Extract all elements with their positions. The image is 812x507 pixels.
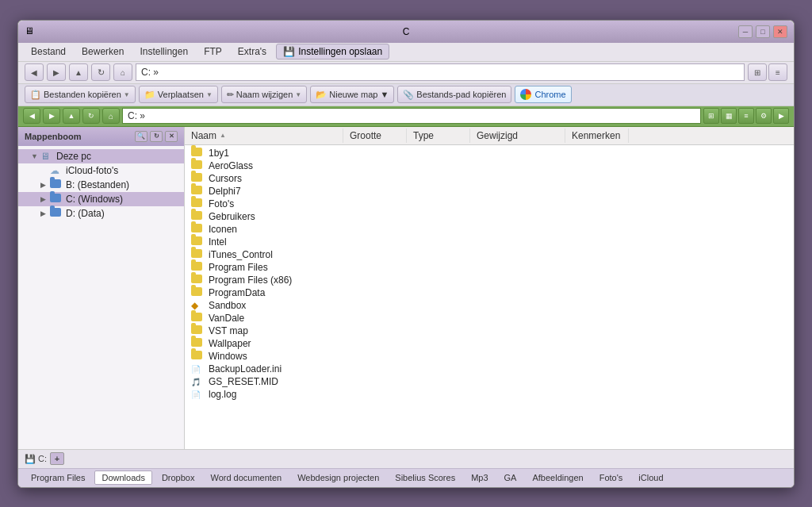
menu-bewerken[interactable]: Bewerken [75,44,130,59]
table-row[interactable]: Intel [185,236,794,248]
bookmark-item[interactable]: Downloads [94,471,151,485]
home-button[interactable]: ⌂ [113,63,132,81]
sidebar-item-c-drive[interactable]: ▶ C: (Windows) [18,192,184,206]
bookmark-item[interactable]: Dropbox [155,471,201,484]
address-text-green: C: » [128,110,145,121]
table-row[interactable]: ◆ Sandbox [185,299,794,312]
sidebar-search-button[interactable]: 🔍 [135,131,147,142]
grid-view-button[interactable]: ⊞ [748,63,767,81]
folder-d-icon [50,208,63,219]
file-icon [191,325,204,336]
bookmarks-bar: Program FilesDownloadsDropboxWord docume… [18,468,794,487]
list-view-green[interactable]: ≡ [738,108,754,124]
bookmark-item[interactable]: Mp3 [465,471,494,484]
col-type[interactable]: Type [407,129,470,143]
table-row[interactable]: iTunes_Control [185,248,794,261]
sidebar-item-icloud[interactable]: ☁ iCloud-foto's [18,163,184,178]
menu-instellingen[interactable]: Instellingen [133,44,194,59]
table-row[interactable]: Program Files (x86) [185,274,794,286]
col-naam[interactable]: Naam ▲ [185,129,343,143]
table-row[interactable]: VST map [185,325,794,337]
sidebar-label-d-drive: D: (Data) [66,208,105,219]
bestands-pad-button[interactable]: 📎 Bestands-pad kopiëren [397,86,511,103]
menu-save-button[interactable]: 💾 Instellingen opslaan [276,44,389,60]
sidebar-title: Mappenboom [25,132,82,141]
naam-wijzigen-label: Naam wijzigen [236,90,293,99]
bookmark-item[interactable]: Afbeeldingen [526,471,589,484]
table-row[interactable]: Foto's [185,198,794,210]
file-icon [191,287,204,298]
nav-green[interactable]: ▶ [773,108,789,124]
window-title: C [403,26,410,37]
col-gewijzigd[interactable]: Gewijzigd [470,129,565,143]
grid-view-green[interactable]: ⊞ [703,108,719,124]
close-button[interactable]: ✕ [773,25,787,38]
table-row[interactable]: Gebruikers [185,210,794,223]
file-name: Program Files (x86) [209,275,354,286]
refresh-button-2[interactable]: ↻ [82,108,100,124]
file-name: ProgramData [209,287,354,298]
save-icon: 💾 [283,46,295,57]
table-row[interactable]: Cursors [185,172,794,185]
menu-extras[interactable]: Extra's [232,44,273,59]
bookmark-item[interactable]: Foto's [593,471,630,484]
table-row[interactable]: VanDale [185,312,794,325]
sidebar-close-button[interactable]: ✕ [165,131,178,142]
minimize-button[interactable]: ─ [738,25,753,38]
add-drive-button[interactable]: + [50,452,64,465]
table-row[interactable]: Iconen [185,223,794,236]
sidebar-item-deze-pc[interactable]: ▼ 🖥 Deze pc [18,149,184,163]
naam-wijzigen-button[interactable]: ✏ Naam wijzigen ▼ [221,86,307,103]
col-grootte[interactable]: Grootte [343,129,407,143]
forward-button[interactable]: ▶ [47,63,66,81]
table-row[interactable]: 📄 log.log [185,388,794,401]
home-button-2[interactable]: ⌂ [102,108,120,124]
forward-button-2[interactable]: ▶ [43,108,60,124]
menu-bestand[interactable]: Bestand [25,44,72,59]
address-bar-top[interactable]: C: » [136,63,745,81]
table-row[interactable]: ProgramData [185,286,794,299]
detail-view-green[interactable]: ▦ [721,108,737,124]
sidebar-refresh-button[interactable]: ↻ [150,131,163,142]
sidebar-label-c-drive: C: (Windows) [66,194,123,205]
maximize-button[interactable]: □ [756,25,770,38]
back-button[interactable]: ◀ [25,63,44,81]
bookmark-item[interactable]: Sibelius Scores [389,471,462,484]
copy-dropdown-arrow: ▼ [124,91,130,98]
list-view-button[interactable]: ≡ [768,63,787,81]
table-row[interactable]: Delphi7 [185,185,794,198]
table-row[interactable]: 🎵 GS_RESET.MID [185,375,794,388]
table-row[interactable]: 1by1 [185,147,794,159]
up-button-2[interactable]: ▲ [63,108,80,124]
table-row[interactable]: Wallpaper [185,337,794,350]
col-kenmerken[interactable]: Kenmerken [565,129,629,143]
table-row[interactable]: AeroGlass [185,159,794,172]
file-icon [191,249,204,260]
bookmark-item[interactable]: Program Files [25,471,91,484]
extra-view-green[interactable]: ⚙ [756,108,772,124]
refresh-button[interactable]: ↻ [91,63,110,81]
up-button[interactable]: ▲ [69,63,88,81]
sidebar-item-d-drive[interactable]: ▶ D: (Data) [18,206,184,221]
address-bar-green[interactable]: C: » [122,108,701,124]
verplaatsen-button[interactable]: 📁 Verplaatsen ▼ [139,86,218,103]
file-name: Foto's [209,198,354,209]
table-row[interactable]: Program Files [185,261,794,274]
menu-bar: Bestand Bewerken Instellingen FTP Extra'… [18,43,794,62]
table-row[interactable]: 📄 BackupLoader.ini [185,363,794,375]
file-area: Naam ▲ Grootte Type Gewijzigd Kenmerken [185,127,794,449]
bookmark-item[interactable]: Word documenten [204,471,288,484]
menu-ftp[interactable]: FTP [197,44,228,59]
nieuwe-map-button[interactable]: 📂 Nieuwe map ▼ [310,86,394,103]
sidebar-item-b-drive[interactable]: ▶ B: (Bestanden) [18,178,184,192]
bookmark-item[interactable]: iCloud [632,471,669,484]
bookmark-item[interactable]: Webdesign projecten [291,471,385,484]
bestanden-kopieren-button[interactable]: 📋 Bestanden kopiëren ▼ [25,86,136,103]
bookmark-item[interactable]: GA [498,471,523,484]
file-icon: 📄 [191,363,204,374]
expand-arrow-deze-pc: ▼ [31,152,40,160]
expand-arrow-b: ▶ [40,181,50,189]
chrome-button[interactable]: Chrome [515,86,571,103]
table-row[interactable]: Windows [185,350,794,363]
back-button-2[interactable]: ◀ [23,108,40,124]
